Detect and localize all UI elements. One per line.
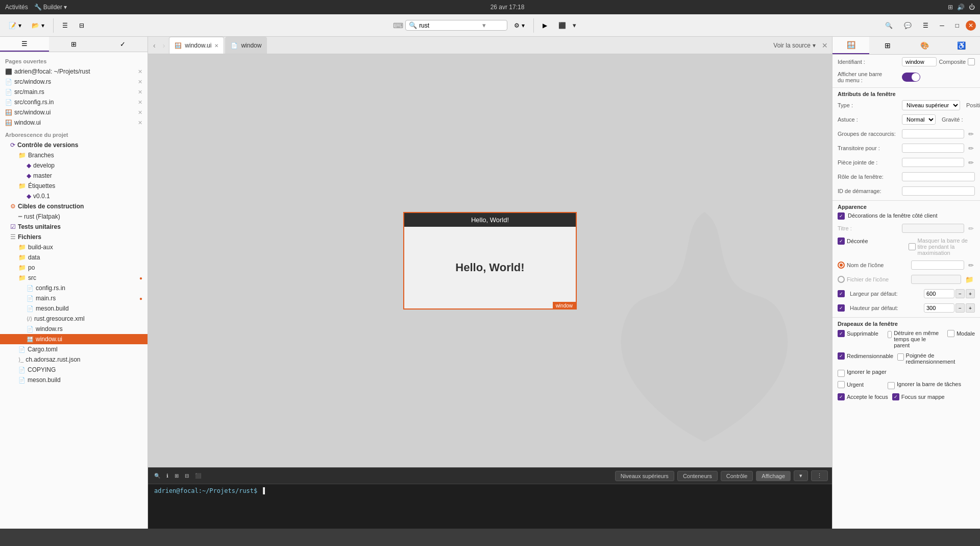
largeur-input[interactable] xyxy=(924,289,954,298)
tree-window-ui[interactable]: 🪟 window.ui xyxy=(0,334,148,344)
tree-config-rs-in[interactable]: 📄 config.rs.in xyxy=(0,283,148,293)
sidebar-toggle-button[interactable]: ☰ xyxy=(58,19,72,32)
right-tab-window[interactable]: 🪟 xyxy=(832,37,869,54)
tree-build-targets[interactable]: ⚙ Cibles de construction xyxy=(0,201,148,211)
hauteur-input[interactable] xyxy=(924,303,954,313)
menu-toggle[interactable] xyxy=(902,73,920,82)
ignorer-barre-checkbox[interactable] xyxy=(888,382,895,389)
open-file-config-rs[interactable]: 📄 src/config.rs.in ✕ xyxy=(0,97,148,107)
open-file-window-rs[interactable]: 📄 src/window.rs ✕ xyxy=(0,77,148,87)
nom-icone-radio[interactable] xyxy=(838,262,845,269)
tree-build-aux[interactable]: 📁 build-aux xyxy=(0,242,148,252)
supprimable-checkbox[interactable]: ✓ xyxy=(838,330,845,337)
tree-main-rs[interactable]: 📄 main.rs ● xyxy=(0,293,148,303)
right-tab-layout[interactable]: ⊞ xyxy=(869,37,906,54)
role-input[interactable] xyxy=(902,172,975,181)
masquer-checkbox[interactable] xyxy=(909,243,916,250)
transitoire-input[interactable] xyxy=(902,144,964,153)
tree-po[interactable]: 📁 po xyxy=(0,263,148,273)
right-tab-accessibility[interactable]: ♿ xyxy=(943,37,980,54)
close-icon-terminal[interactable]: ✕ xyxy=(138,68,142,75)
search-dropdown-icon[interactable]: ▾ xyxy=(482,21,486,29)
tree-branches[interactable]: 📁 Branches xyxy=(0,150,148,160)
largeur-checkbox[interactable]: ✓ xyxy=(838,290,845,297)
activities-label[interactable]: Activités xyxy=(5,4,28,11)
terminal-side-layers[interactable]: ⊞ xyxy=(173,471,181,481)
back-button[interactable]: ‹ xyxy=(150,37,159,54)
terminal-side-search[interactable]: 🔍 xyxy=(152,471,162,481)
decorations-checkbox[interactable]: ✓ xyxy=(838,212,845,220)
detruire-checkbox[interactable] xyxy=(888,331,892,338)
search-input[interactable] xyxy=(419,22,480,29)
open-file-window-ui[interactable]: 🪟 src/window.ui ✕ xyxy=(0,107,148,117)
transitoire-edit-btn[interactable]: ✏ xyxy=(967,145,975,152)
sidebar-tab-list[interactable]: ☰ xyxy=(0,37,49,52)
piece-edit-btn[interactable]: ✏ xyxy=(967,159,975,167)
modal-checkbox[interactable] xyxy=(947,330,954,337)
tree-src[interactable]: 📁 src ● xyxy=(0,273,148,283)
widget-btn-menu[interactable]: ⋮ xyxy=(811,470,828,481)
urgent-checkbox[interactable] xyxy=(838,381,845,388)
widget-btn-more[interactable]: ▾ xyxy=(794,470,808,481)
tree-copying[interactable]: 📄 COPYING xyxy=(0,365,148,375)
widget-btn-controle[interactable]: Contrôle xyxy=(721,471,753,481)
close-button[interactable]: ✕ xyxy=(966,20,976,31)
tree-cargo-toml[interactable]: 📄 Cargo.toml xyxy=(0,344,148,354)
open-file-main-rs[interactable]: 📄 src/main.rs ✕ xyxy=(0,87,148,97)
poignee-checkbox[interactable] xyxy=(897,353,903,361)
view-source-button[interactable]: Voir la source ▾ xyxy=(769,40,820,51)
hauteur-checkbox[interactable]: ✓ xyxy=(838,304,845,312)
largeur-decrease-btn[interactable]: − xyxy=(955,289,965,298)
tree-vcs[interactable]: ⟳ Contrôle de versions xyxy=(0,140,148,150)
astuce-select[interactable]: Normal xyxy=(902,114,936,125)
close-icon-4[interactable]: ✕ xyxy=(138,109,142,116)
tree-json[interactable]: ⟩_ ch.adorsaz.rust.json xyxy=(0,354,148,365)
nom-icone-input[interactable] xyxy=(911,260,964,270)
tree-tags[interactable]: 📁 Étiquettes xyxy=(0,181,148,191)
close-icon-1[interactable]: ✕ xyxy=(138,79,142,85)
groupes-edit-btn[interactable]: ✏ xyxy=(967,130,975,138)
menu-button[interactable]: ☰ xyxy=(918,19,933,32)
ignorer-pager-checkbox[interactable] xyxy=(838,370,845,377)
tree-meson-build-src[interactable]: 📄 meson.build xyxy=(0,303,148,314)
redimensionnable-checkbox[interactable]: ✓ xyxy=(838,352,845,360)
hauteur-increase-btn[interactable]: + xyxy=(966,303,975,313)
right-tab-style[interactable]: 🎨 xyxy=(906,37,943,54)
tab-close-window-ui[interactable]: ✕ xyxy=(214,43,218,49)
close-icon-2[interactable]: ✕ xyxy=(138,89,142,96)
chat-button[interactable]: 💬 xyxy=(899,19,916,32)
largeur-increase-btn[interactable]: + xyxy=(966,289,975,298)
toggle-track[interactable] xyxy=(902,73,920,82)
focus-mappe-checkbox[interactable]: ✓ xyxy=(892,393,899,400)
open-file-terminal[interactable]: ⬛ adrien@focal: ~/Projets/rust ✕ xyxy=(0,66,148,77)
tree-rust-flatpak[interactable]: ━ rust (Flatpak) xyxy=(0,211,148,222)
search-bar[interactable]: 🔍 ▾ xyxy=(405,20,507,31)
forward-button[interactable]: › xyxy=(160,37,168,54)
accepte-focus-checkbox[interactable]: ✓ xyxy=(838,393,845,400)
run-button[interactable]: ▶ xyxy=(538,19,552,32)
panel-toggle-button[interactable]: ⊟ xyxy=(75,19,89,32)
terminal-side-alert[interactable]: ⬛ xyxy=(193,471,203,481)
open-button[interactable]: 📂▾ xyxy=(27,19,49,32)
nom-icone-edit-btn[interactable]: ✏ xyxy=(967,262,975,269)
close-icon-5[interactable]: ✕ xyxy=(138,120,142,126)
builder-menu[interactable]: 🔧 Builder ▾ xyxy=(34,4,67,11)
stop-button[interactable]: ⬛ xyxy=(554,19,571,32)
tree-develop[interactable]: ◆ develop xyxy=(0,160,148,171)
hauteur-decrease-btn[interactable]: − xyxy=(955,303,965,313)
id-demarrage-input[interactable] xyxy=(902,186,975,196)
tab-window[interactable]: 📄 window xyxy=(225,37,267,54)
close-editor-button[interactable]: ✕ xyxy=(820,39,830,52)
tree-meson-build-root[interactable]: 📄 meson.build xyxy=(0,375,148,385)
terminal-side-info[interactable]: ℹ xyxy=(164,471,170,481)
tab-window-ui[interactable]: 🪟 window.ui ✕ xyxy=(169,37,224,54)
tree-unit-tests[interactable]: ☑ Tests unitaires xyxy=(0,222,148,232)
widget-btn-niveaux[interactable]: Niveaux supérieurs xyxy=(615,471,674,481)
tree-gresource[interactable]: ⟨/⟩ rust.gresource.xml xyxy=(0,314,148,324)
type-select[interactable]: Niveau supérieur xyxy=(902,100,960,110)
close-icon-3[interactable]: ✕ xyxy=(138,99,142,106)
tree-data[interactable]: 📁 data xyxy=(0,252,148,263)
maximize-button[interactable]: □ xyxy=(951,19,964,32)
new-button[interactable]: 📝▾ xyxy=(4,19,26,32)
terminal-side-grid[interactable]: ⊟ xyxy=(183,471,191,481)
